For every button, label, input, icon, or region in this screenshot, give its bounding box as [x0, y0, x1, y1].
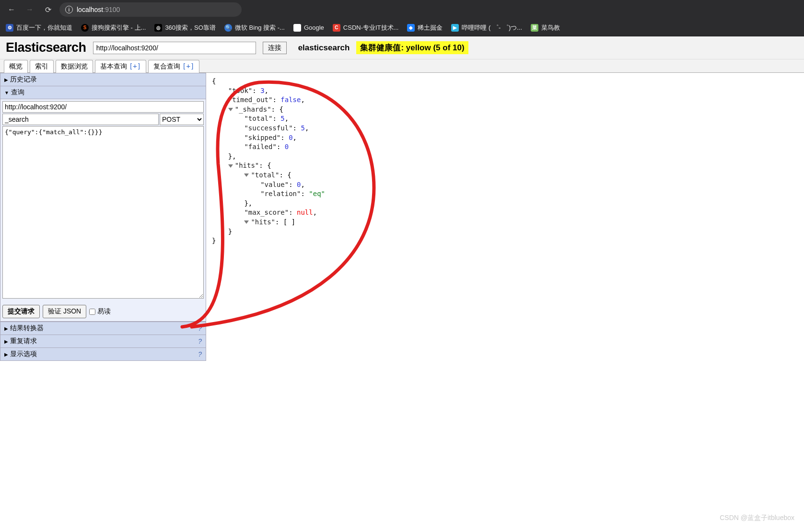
query-body-panel: POST — [0, 99, 206, 302]
main-tab[interactable]: 基本查询 [+] — [95, 60, 146, 73]
query-body-textarea[interactable] — [2, 126, 204, 299]
bookmark-favicon: S — [81, 24, 89, 32]
panel-query[interactable]: ▼ 查询 — [0, 86, 206, 99]
bookmark-label: 菜鸟教 — [541, 23, 560, 32]
readable-checkbox-wrap[interactable]: 易读 — [89, 307, 111, 316]
bookmark-item[interactable]: 🔍微软 Bing 搜索 -... — [224, 23, 285, 32]
address-bar[interactable]: i localhost:9100 — [59, 2, 242, 17]
json-toggle-icon[interactable] — [244, 220, 249, 224]
chevron-right-icon: ▶ — [4, 77, 8, 82]
panel-history-label: 历史记录 — [10, 75, 37, 84]
panel-repeat[interactable]: ▶ 重复请求 ? — [0, 335, 206, 348]
site-info-icon[interactable]: i — [65, 6, 73, 13]
reload-button[interactable]: ⟳ — [41, 3, 55, 16]
bookmark-favicon: ◎ — [154, 24, 162, 32]
main-tab[interactable]: 概览 — [4, 60, 28, 73]
bookmark-item[interactable]: ▶哔哩哔哩 ( ゜- ゜)つ... — [451, 23, 522, 32]
bookmark-favicon: ◆ — [407, 24, 415, 32]
result-json-viewer: { "took": 3, "timed_out": false, "_shard… — [206, 73, 804, 361]
bookmark-item[interactable]: ◆稀土掘金 — [407, 23, 443, 32]
tab-label: 数据浏览 — [61, 62, 88, 70]
connect-button[interactable]: 连接 — [263, 42, 287, 54]
tab-plus-icon[interactable]: [+] — [182, 62, 194, 70]
bookmark-label: 搜狗搜索引擎 - 上... — [92, 23, 146, 32]
chevron-right-icon: ▶ — [4, 339, 8, 344]
url-rest: :9100 — [103, 6, 120, 13]
tab-plus-icon[interactable]: [+] — [129, 62, 141, 70]
bookmark-item[interactable]: ◎360搜索，SO靠谱 — [154, 23, 215, 32]
bookmark-label: 稀土掘金 — [418, 23, 443, 32]
json-toggle-icon[interactable] — [244, 173, 249, 177]
bookmark-favicon: 🔍 — [224, 24, 232, 32]
tab-label: 基本查询 — [100, 62, 129, 70]
url-host: localhost — [77, 6, 103, 13]
query-host-input[interactable] — [2, 101, 204, 113]
panel-transformer-label: 结果转换器 — [10, 324, 44, 333]
bookmark-favicon: 菜 — [531, 24, 538, 32]
panel-history[interactable]: ▶ 历史记录 — [0, 73, 206, 86]
bookmark-item[interactable]: 菜菜鸟教 — [531, 23, 560, 32]
bookmark-label: 哔哩哔哩 ( ゜- ゜)つ... — [462, 23, 522, 32]
query-actions-row: 提交请求 验证 JSON 易读 — [0, 302, 206, 322]
bookmark-label: 360搜索，SO靠谱 — [165, 23, 215, 32]
tab-label: 概览 — [9, 62, 23, 70]
validate-json-button[interactable]: 验证 JSON — [43, 305, 86, 318]
bookmark-label: 微软 Bing 搜索 -... — [235, 23, 285, 32]
bookmark-item[interactable]: ⚙百度一下，你就知道 — [6, 23, 72, 32]
bookmark-item[interactable]: GGoogle — [293, 24, 324, 32]
chevron-down-icon: ▼ — [4, 90, 9, 95]
tab-label: 复合查询 — [153, 62, 182, 70]
es-head-header: Elasticsearch 连接 elasticsearch 集群健康值: ye… — [0, 36, 804, 59]
panel-repeat-label: 重复请求 — [10, 337, 37, 346]
bookmark-bar: ⚙百度一下，你就知道S搜狗搜索引擎 - 上...◎360搜索，SO靠谱🔍微软 B… — [0, 19, 804, 36]
bookmark-item[interactable]: CCSDN-专业IT技术... — [333, 23, 399, 32]
panel-help-icon[interactable]: ? — [198, 337, 202, 345]
main-tab[interactable]: 复合查询 [+] — [148, 60, 199, 73]
tab-label: 索引 — [35, 62, 48, 70]
panel-display-label: 显示选项 — [10, 350, 37, 359]
panel-query-label: 查询 — [11, 88, 24, 97]
main-tab[interactable]: 索引 — [30, 60, 54, 73]
browser-toolbar: ← → ⟳ i localhost:9100 — [0, 0, 804, 19]
connect-url-input[interactable] — [93, 42, 256, 54]
panel-transformer[interactable]: ▶ 结果转换器 ? — [0, 322, 206, 335]
readable-checkbox-label: 易读 — [97, 307, 111, 316]
json-toggle-icon[interactable] — [228, 164, 233, 168]
main-tab[interactable]: 数据浏览 — [56, 60, 93, 73]
cluster-health-badge: 集群健康值: yellow (5 of 10) — [356, 41, 468, 54]
bookmark-label: 百度一下，你就知道 — [16, 23, 72, 32]
panel-display[interactable]: ▶ 显示选项 ? — [0, 348, 206, 361]
submit-request-button[interactable]: 提交请求 — [2, 305, 40, 318]
chevron-right-icon: ▶ — [4, 352, 8, 357]
bookmark-favicon: G — [293, 24, 301, 32]
bookmark-favicon: ⚙ — [6, 24, 13, 32]
forward-button[interactable]: → — [23, 3, 36, 16]
http-method-select[interactable]: POST — [160, 114, 204, 125]
bookmark-label: Google — [304, 24, 324, 31]
main-tabs: 概览索引数据浏览基本查询 [+]复合查询 [+] — [0, 59, 804, 72]
bookmark-label: CSDN-专业IT技术... — [343, 23, 399, 32]
bookmark-favicon: C — [333, 24, 340, 32]
panel-help-icon[interactable]: ? — [198, 324, 202, 332]
bookmark-favicon: ▶ — [451, 24, 459, 32]
bookmark-item[interactable]: S搜狗搜索引擎 - 上... — [81, 23, 146, 32]
chevron-right-icon: ▶ — [4, 326, 8, 331]
panel-help-icon[interactable]: ? — [198, 350, 202, 358]
query-sidebar: ▶ 历史记录 ▼ 查询 POST 提交请求 验证 JSON — [0, 73, 206, 361]
back-button[interactable]: ← — [5, 3, 18, 16]
json-toggle-icon[interactable] — [228, 108, 233, 111]
app-logo: Elasticsearch — [6, 40, 86, 55]
readable-checkbox[interactable] — [89, 309, 95, 315]
query-path-input[interactable] — [2, 114, 159, 125]
cluster-name: elasticsearch — [298, 43, 350, 53]
